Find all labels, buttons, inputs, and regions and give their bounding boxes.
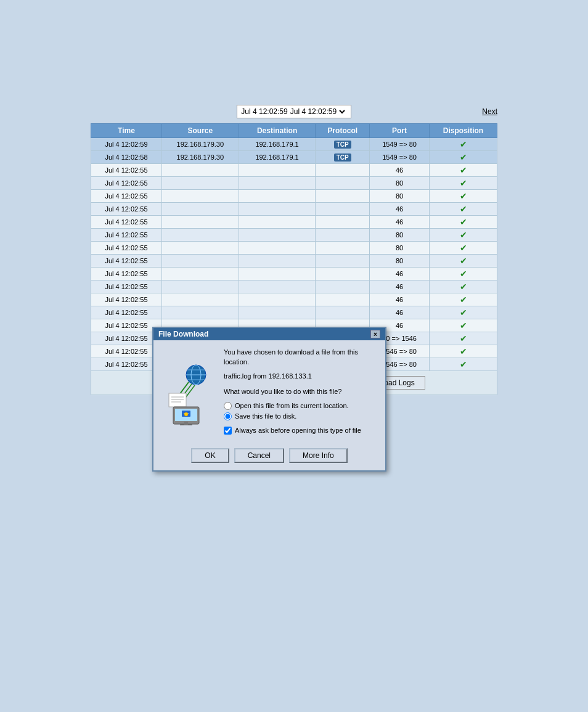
cell-disposition: ✔ [430,358,497,371]
cell-protocol [316,190,370,203]
cell-port: 80 [370,255,430,268]
cancel-button[interactable]: Cancel [234,448,284,463]
svg-point-18 [184,412,188,416]
cell-protocol [316,242,370,255]
col-source: Source [161,124,239,138]
checkmark-icon: ✔ [460,295,467,305]
svg-line-7 [186,385,195,398]
date-selector[interactable]: Jul 4 12:02:59 Jul 4 12:02:59 [237,105,351,118]
table-row: Jul 4 12:02:5580✔ [91,177,497,190]
cell-protocol [316,216,370,229]
checkmark-icon: ✔ [460,191,467,201]
checkmark-icon: ✔ [460,346,467,356]
dialog-buttons: OK Cancel More Info [153,448,385,470]
svg-line-5 [179,382,189,395]
cell-dest [239,242,316,255]
cell-source [161,190,239,203]
cell-time: Jul 4 12:02:55 [91,268,162,280]
cell-disposition: ✔ [430,332,497,345]
cell-port: 80 [370,242,430,255]
cell-dest [239,306,316,319]
always-ask-checkbox[interactable] [224,427,232,435]
top-bar: Jul 4 12:02:59 Jul 4 12:02:59 Next [91,105,497,118]
table-row: Jul 4 12:02:58192.168.179.30192.168.179.… [91,151,497,164]
table-row: Jul 4 12:02:5580✔ [91,255,497,268]
more-info-button[interactable]: More Info [289,448,348,463]
cell-port: 46 [370,203,430,216]
cell-source [161,306,239,319]
cell-disposition: ✔ [430,255,497,268]
cell-time: Jul 4 12:02:55 [91,216,162,229]
open-radio[interactable] [224,402,232,410]
cell-disposition: ✔ [430,216,497,229]
checkmark-icon: ✔ [460,178,467,188]
cell-protocol: TCP [316,151,370,164]
svg-rect-17 [184,422,188,425]
dialog-icon [161,348,216,441]
checkmark-icon: ✔ [460,165,467,175]
checkmark-icon: ✔ [460,333,467,343]
cell-source [161,242,239,255]
cell-protocol [316,164,370,177]
cell-port: 80 [370,190,430,203]
radio-group: Open this file from its current location… [224,402,378,420]
cell-port: 80 [370,229,430,242]
save-option-label[interactable]: Save this file to disk. [224,412,378,420]
cell-dest [239,293,316,306]
open-option-label[interactable]: Open this file from its current location… [224,402,378,410]
table-row: Jul 4 12:02:5546✔ [91,306,497,319]
cell-dest [239,177,316,190]
cell-port: 46 [370,216,430,229]
cell-time: Jul 4 12:02:55 [91,203,162,216]
cell-protocol [316,229,370,242]
cell-time: Jul 4 12:02:55 [91,319,162,332]
cell-protocol [316,177,370,190]
cell-source [161,268,239,280]
cell-disposition: ✔ [430,177,497,190]
cell-time: Jul 4 12:02:55 [91,164,162,177]
dialog-close-button[interactable]: × [370,330,380,338]
cell-disposition: ✔ [430,229,497,242]
cell-protocol [316,203,370,216]
cell-disposition: ✔ [430,345,497,358]
cell-port: 1549 => 80 [370,138,430,151]
date-value: Jul 4 12:02:59 [241,107,287,116]
checkmark-icon: ✔ [460,217,467,227]
cell-dest: 192.168.179.1 [239,151,316,164]
col-protocol: Protocol [316,124,370,138]
checkmark-icon: ✔ [460,139,467,149]
cell-source [161,177,239,190]
ok-button[interactable]: OK [191,448,229,463]
cell-protocol [316,280,370,293]
cell-time: Jul 4 12:02:55 [91,280,162,293]
date-dropdown[interactable]: Jul 4 12:02:59 [288,107,347,117]
dialog-title: File Download [158,330,208,338]
next-button[interactable]: Next [482,107,497,116]
cell-time: Jul 4 12:02:59 [91,138,162,151]
checkmark-icon: ✔ [460,321,467,330]
cell-protocol [316,268,370,280]
cell-protocol [316,293,370,306]
cell-time: Jul 4 12:02:55 [91,190,162,203]
checkmark-icon: ✔ [460,282,467,292]
cell-source [161,216,239,229]
cell-dest [239,216,316,229]
save-radio[interactable] [224,412,232,420]
table-row: Jul 4 12:02:5546✔ [91,268,497,280]
cell-port: 46 [370,164,430,177]
cell-time: Jul 4 12:02:55 [91,177,162,190]
table-row: Jul 4 12:02:5580✔ [91,242,497,255]
always-ask-label[interactable]: Always ask before opening this type of f… [224,427,378,435]
cell-time: Jul 4 12:02:58 [91,151,162,164]
cell-disposition: ✔ [430,164,497,177]
cell-disposition: ✔ [430,319,497,332]
cell-disposition: ✔ [430,203,497,216]
cell-source [161,164,239,177]
dialog-question: What would you like to do with this file… [224,387,378,396]
cell-dest [239,268,316,280]
table-row: Jul 4 12:02:5546✔ [91,216,497,229]
checkmark-icon: ✔ [460,152,467,162]
dialog-file-info: traffic.log from 192.168.133.1 [224,372,378,381]
cell-source [161,255,239,268]
cell-disposition: ✔ [430,306,497,319]
